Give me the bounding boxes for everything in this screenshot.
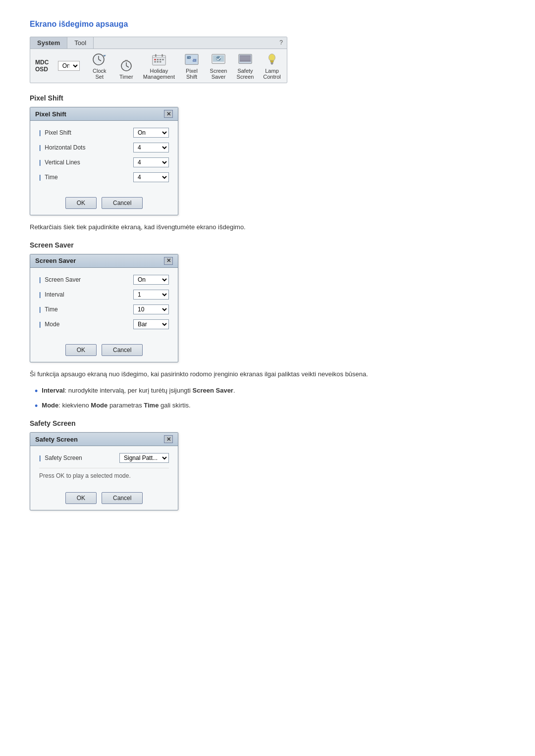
screen-saver-row-interval: Interval 123 xyxy=(39,290,169,300)
toolbar-icon-screen-saver[interactable]: Screen Saver xyxy=(209,52,228,80)
page-title: Ekrano išdegimo apsauga xyxy=(30,20,505,29)
svg-rect-9 xyxy=(155,54,157,56)
screen-saver-label-line2: Saver xyxy=(212,74,226,80)
pixel-shift-dialog-body: Pixel Shift OnOff Horizontal Dots 01234 … xyxy=(30,121,178,192)
bullet-interval: • Interval: nurodykite intervalą, per ku… xyxy=(35,386,505,396)
screen-saver-ok-button[interactable]: OK xyxy=(65,344,97,356)
screen-saver-label-mode: Mode xyxy=(39,321,133,328)
pixel-shift-section-heading: Pixel Shift xyxy=(30,94,505,102)
pixel-shift-row-time: Time 1234 xyxy=(39,172,169,182)
screen-saver-row-saver: Screen Saver OnOff xyxy=(39,275,169,285)
screen-saver-select-interval[interactable]: 123 xyxy=(133,290,169,300)
pixel-shift-label-line1: Pixel xyxy=(186,68,198,74)
toolbar-icons: Clock Set Timer xyxy=(90,52,282,80)
pixel-shift-cancel-button[interactable]: Cancel xyxy=(102,197,143,209)
toolbar-icon-pixel-shift[interactable]: Pixel Shift xyxy=(182,52,202,80)
bullet-mode-text: Mode: kiekvieno Mode parametras Time gal… xyxy=(42,401,190,410)
screen-saver-bullets: • Interval: nurodykite intervalą, per ku… xyxy=(30,386,505,410)
toolbar-icon-clock-set[interactable]: Clock Set xyxy=(90,52,109,80)
pixel-shift-row-pixelshift: Pixel Shift OnOff xyxy=(39,128,169,138)
svg-rect-30 xyxy=(270,63,273,64)
toolbar-icon-safety-screen[interactable]: Safety Screen xyxy=(235,52,255,80)
holiday-label-line1: Holiday xyxy=(150,68,168,74)
screen-saver-select-mode[interactable]: BarFade xyxy=(133,319,169,329)
pixel-shift-row-hdots: Horizontal Dots 01234 xyxy=(39,143,169,152)
screen-saver-row-time: Time 151020 xyxy=(39,304,169,314)
screen-saver-ref-bold: Screen Saver xyxy=(193,387,233,394)
screen-saver-select-time[interactable]: 151020 xyxy=(133,304,169,314)
pixel-shift-label-pixelshift: Pixel Shift xyxy=(39,129,133,136)
mdc-osd-label: MDC OSD xyxy=(35,59,55,73)
toolbar-icon-timer[interactable]: Timer xyxy=(116,58,136,80)
pixel-shift-label-hdots: Horizontal Dots xyxy=(39,144,133,151)
time-ref-bold: Time xyxy=(144,402,159,409)
toolbar-icon-lamp-control[interactable]: Lamp Control xyxy=(262,52,282,80)
safety-screen-select[interactable]: Signal Patt... Mode 2 xyxy=(119,453,169,463)
screen-saver-description: Ši funkcija apsaugo ekraną nuo išdegimo,… xyxy=(30,369,505,379)
pixel-shift-dialog-title: Pixel Shift xyxy=(35,110,66,118)
screen-saver-dialog: Screen Saver ✕ Screen Saver OnOff Interv… xyxy=(30,254,178,362)
toolbar: System Tool ? MDC OSD On Off Clock xyxy=(30,37,287,83)
clock-set-label-line1: Clock xyxy=(93,68,107,74)
pixel-shift-close-button[interactable]: ✕ xyxy=(164,110,173,118)
pixel-shift-select-pixelshift[interactable]: OnOff xyxy=(133,128,169,138)
toolbar-icon-holiday[interactable]: Holiday Management xyxy=(143,52,175,80)
svg-rect-6 xyxy=(125,60,128,61)
screen-saver-row-mode: Mode BarFade xyxy=(39,319,169,329)
safety-screen-footer: OK Cancel xyxy=(30,487,178,510)
lamp-control-label-line2: Control xyxy=(263,74,280,80)
safety-screen-label-line2: Screen xyxy=(237,74,254,80)
safety-screen-close-button[interactable]: ✕ xyxy=(164,435,173,443)
bullet-interval-text: Interval: nurodykite intervalą, per kurį… xyxy=(42,386,235,396)
pixel-shift-footer: OK Cancel xyxy=(30,192,178,215)
screen-saver-section-heading: Screen Saver xyxy=(30,241,505,249)
toolbar-body: MDC OSD On Off Clock Set xyxy=(30,49,287,83)
pixel-shift-description: Retkarčiais šiek tiek pajudinkite ekraną… xyxy=(30,222,505,232)
safety-screen-row: Safety Screen Signal Patt... Mode 2 xyxy=(39,453,169,463)
svg-rect-14 xyxy=(162,59,164,60)
pixel-shift-select-time[interactable]: 1234 xyxy=(133,172,169,182)
screen-saver-dialog-body: Screen Saver OnOff Interval 123 Time 151… xyxy=(30,268,178,339)
svg-rect-12 xyxy=(157,59,159,60)
svg-rect-26 xyxy=(240,55,251,62)
mdc-osd-select[interactable]: On Off xyxy=(58,61,80,71)
lamp-control-label-line1: Lamp xyxy=(265,68,279,74)
safety-screen-dialog-title: Safety Screen xyxy=(35,436,78,443)
safety-screen-dialog-body: Safety Screen Signal Patt... Mode 2 Pres… xyxy=(30,446,178,487)
bullet-mode: • Mode: kiekvieno Mode parametras Time g… xyxy=(35,401,505,410)
safety-screen-row-label: Safety Screen xyxy=(39,454,119,461)
screen-saver-footer: OK Cancel xyxy=(30,339,178,362)
screen-saver-icon xyxy=(210,52,227,67)
pixel-shift-ok-button[interactable]: OK xyxy=(65,197,97,209)
svg-rect-16 xyxy=(157,61,159,63)
bullet-dot-2: • xyxy=(35,402,38,410)
safety-screen-ok-button[interactable]: OK xyxy=(65,492,97,504)
pixel-shift-label-time: Time xyxy=(39,174,133,181)
holiday-label-line2: Management xyxy=(143,74,175,80)
pixel-shift-select-hdots[interactable]: 01234 xyxy=(133,143,169,152)
svg-rect-10 xyxy=(161,54,163,56)
question-icon[interactable]: ? xyxy=(275,37,287,49)
mode-ref-bold: Mode xyxy=(91,402,107,409)
pixel-shift-title-bar: Pixel Shift ✕ xyxy=(30,107,178,121)
timer-icon xyxy=(118,58,135,73)
svg-rect-17 xyxy=(160,61,161,63)
pixel-shift-label-vlines: Vertical Lines xyxy=(39,159,133,166)
screen-saver-cancel-button[interactable]: Cancel xyxy=(102,344,143,356)
tab-tool[interactable]: Tool xyxy=(67,37,94,49)
screen-saver-close-button[interactable]: ✕ xyxy=(164,257,173,265)
screen-saver-select-saver[interactable]: OnOff xyxy=(133,275,169,285)
mode-bold: Mode xyxy=(42,402,58,409)
timer-label: Timer xyxy=(119,74,133,80)
screen-saver-label-time: Time xyxy=(39,306,133,313)
safety-screen-icon xyxy=(237,52,254,67)
safety-screen-label-line1: Safety xyxy=(237,68,253,74)
safety-screen-cancel-button[interactable]: Cancel xyxy=(102,492,143,504)
screen-saver-label-interval: Interval xyxy=(39,291,133,298)
interval-bold: Interval xyxy=(42,387,64,394)
pixel-shift-select-vlines[interactable]: 01234 xyxy=(133,157,169,167)
clock-set-icon xyxy=(91,52,108,67)
pixel-shift-row-vlines: Vertical Lines 01234 xyxy=(39,157,169,167)
pixel-shift-label-line2: Shift xyxy=(186,74,197,80)
tab-system[interactable]: System xyxy=(30,37,67,49)
